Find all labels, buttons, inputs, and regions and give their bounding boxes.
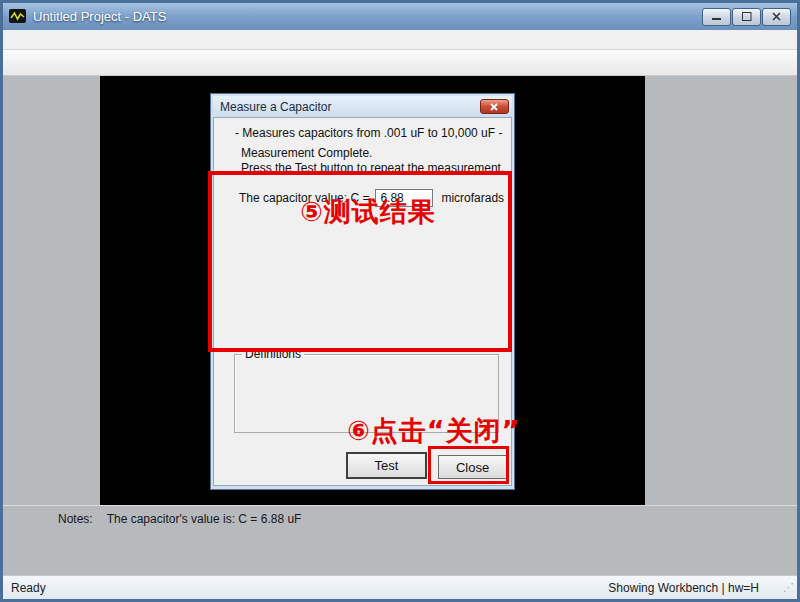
notes-area: Notes:The capacitor's value is: C = 6.88… (3, 505, 797, 575)
window-controls (702, 8, 791, 26)
measure-capacitor-dialog: Measure a Capacitor - Measures capacitor… (210, 93, 515, 490)
minimize-icon (712, 12, 722, 21)
capacitance-label: The capacitor value: C = (239, 191, 369, 205)
dialog-close-button[interactable] (480, 99, 509, 114)
capacitance-value-field[interactable]: 6.88 (375, 189, 433, 207)
status-bar: Ready Showing Workbench | hw=H ⋰ (3, 575, 797, 599)
dats-waveform-icon (9, 9, 26, 24)
impedance-panel (3, 76, 100, 505)
maximize-icon (742, 12, 752, 21)
capacitor-value-note: The capacitor's value is: C = 6.88 uF (107, 512, 302, 526)
window-title: Untitled Project - DATS (33, 9, 702, 24)
capacitance-result-row: The capacitor value: C = 6.88 microfarad… (239, 189, 504, 207)
minimize-button[interactable] (702, 8, 731, 26)
close-icon (772, 12, 782, 21)
measurement-hint: Press the Test button to repeat the meas… (241, 161, 504, 175)
status-message: Ready (11, 581, 608, 595)
definitions-label: Definitions (242, 347, 304, 361)
menu-bar (3, 30, 797, 50)
definitions-group: Definitions (234, 354, 499, 433)
close-button[interactable] (762, 8, 791, 26)
resize-grip-icon[interactable]: ⋰ (783, 581, 793, 594)
workbench-status: Showing Workbench | hw=H (608, 581, 759, 595)
notes-value-line: Notes:The capacitor's value is: C = 6.88… (3, 512, 797, 526)
status-right: Showing Workbench | hw=H ⋰ (608, 581, 793, 595)
capacitance-unit: microfarads (441, 191, 504, 205)
toolbar (3, 50, 797, 76)
test-button[interactable]: Test (346, 452, 427, 479)
dialog-title-bar: Measure a Capacitor (213, 96, 512, 117)
measurement-status: Measurement Complete. (241, 146, 372, 160)
capacitor-range-note: - Measures capacitors from .001 uF to 10… (235, 126, 502, 140)
app-icon (9, 9, 27, 24)
dialog-title: Measure a Capacitor (220, 100, 331, 114)
dialog-body: - Measures capacitors from .001 uF to 10… (213, 117, 512, 486)
dialog-close-action-button[interactable]: Close (438, 455, 507, 479)
close-icon (490, 103, 499, 111)
application-window: Untitled Project - DATS Notes:The capaci… (0, 0, 800, 602)
maximize-button[interactable] (732, 8, 761, 26)
title-bar: Untitled Project - DATS (3, 3, 797, 30)
driver-parameters-panel (645, 76, 797, 505)
notes-label: Notes: (58, 512, 93, 526)
